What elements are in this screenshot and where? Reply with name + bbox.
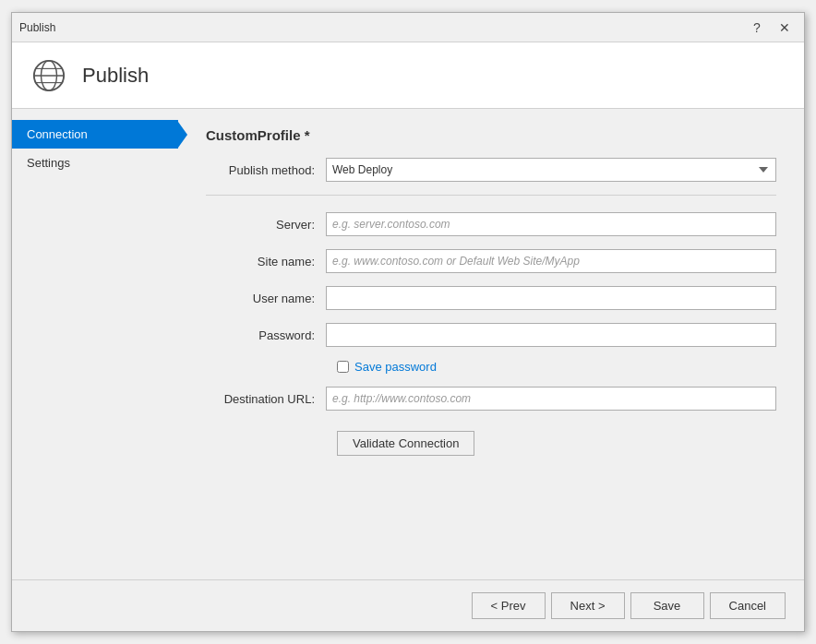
header-bar: Publish	[12, 42, 804, 109]
content-area: Connection Settings CustomProfile * Publ…	[12, 109, 804, 579]
site-name-row: Site name:	[206, 249, 776, 273]
save-button[interactable]: Save	[630, 592, 704, 619]
footer: < Prev Next > Save Cancel	[12, 579, 804, 631]
user-name-input[interactable]	[326, 286, 776, 310]
site-name-input[interactable]	[326, 249, 776, 273]
sidebar-item-settings[interactable]: Settings	[12, 149, 178, 177]
publish-method-row: Publish method: Web Deploy Web Deploy Pa…	[206, 158, 776, 182]
server-input[interactable]	[326, 212, 776, 236]
next-button[interactable]: Next >	[551, 592, 625, 619]
save-password-row: Save password	[206, 360, 776, 374]
save-password-label[interactable]: Save password	[354, 360, 437, 374]
save-password-checkbox[interactable]	[337, 361, 349, 373]
user-name-row: User name:	[206, 286, 776, 310]
sidebar-item-connection-label: Connection	[27, 127, 88, 141]
header-title: Publish	[82, 64, 149, 88]
publish-method-select[interactable]: Web Deploy Web Deploy Package FTP File S…	[326, 158, 776, 182]
destination-url-input[interactable]	[326, 387, 776, 411]
help-button[interactable]: ?	[745, 18, 769, 38]
user-name-label: User name:	[206, 292, 326, 305]
password-input[interactable]	[326, 323, 776, 347]
main-content: CustomProfile * Publish method: Web Depl…	[178, 109, 804, 579]
sidebar-item-connection[interactable]: Connection	[12, 120, 178, 149]
sidebar: Connection Settings	[12, 109, 178, 579]
validate-connection-button[interactable]: Validate Connection	[337, 431, 474, 456]
globe-icon	[30, 57, 67, 94]
cancel-button[interactable]: Cancel	[710, 592, 786, 619]
close-button[interactable]: ✕	[773, 18, 797, 38]
publish-method-label: Publish method:	[206, 163, 326, 177]
sidebar-item-settings-label: Settings	[27, 156, 70, 170]
publish-dialog: Publish ? ✕ Publish Connection Se	[11, 12, 805, 632]
separator	[206, 195, 776, 196]
server-row: Server:	[206, 212, 776, 236]
prev-button[interactable]: < Prev	[472, 592, 546, 619]
password-label: Password:	[206, 328, 326, 342]
site-name-label: Site name:	[206, 255, 326, 268]
dialog-title: Publish	[19, 21, 55, 34]
title-bar: Publish ? ✕	[12, 13, 804, 42]
destination-url-row: Destination URL:	[206, 387, 776, 411]
destination-url-label: Destination URL:	[206, 392, 326, 406]
server-label: Server:	[206, 218, 326, 232]
password-row: Password:	[206, 323, 776, 347]
profile-title: CustomProfile *	[206, 127, 776, 143]
